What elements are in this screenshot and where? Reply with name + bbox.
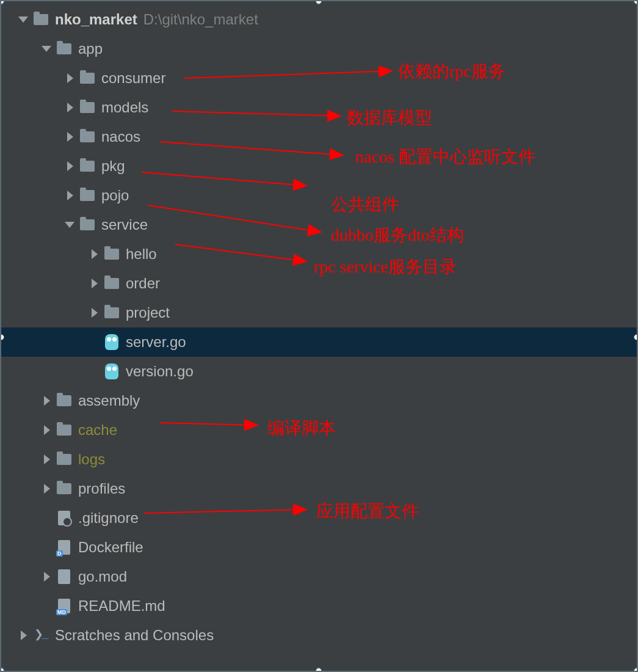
folder-icon (56, 393, 72, 409)
folder-icon (79, 158, 95, 174)
folder-icon (56, 422, 72, 438)
go-file-icon (104, 334, 120, 350)
gitignore-file-icon (56, 510, 72, 526)
folder-icon (104, 246, 120, 262)
chevron-down-icon[interactable] (65, 219, 76, 230)
scratches-icon (33, 627, 49, 643)
folder-order[interactable]: order (1, 269, 637, 298)
folder-icon (79, 217, 95, 233)
folder-icon (56, 41, 72, 57)
scratches-and-consoles[interactable]: Scratches and Consoles (1, 621, 637, 650)
folder-hello[interactable]: hello (1, 239, 637, 269)
selection-handle (634, 668, 638, 672)
gomod-file-icon (56, 569, 72, 585)
chevron-right-icon[interactable] (89, 249, 100, 260)
folder-project[interactable]: project (1, 298, 637, 327)
folder-pkg[interactable]: pkg (1, 152, 637, 181)
file-server-go[interactable]: server.go (1, 327, 637, 357)
folder-models[interactable]: models (1, 93, 637, 122)
selection-handle (0, 668, 4, 672)
chevron-right-icon[interactable] (42, 571, 53, 582)
chevron-right-icon[interactable] (65, 73, 76, 84)
folder-profiles[interactable]: profiles (1, 474, 637, 503)
file-label: go.mod (78, 568, 127, 585)
root-path: D:\git\nko_market (143, 11, 258, 28)
chevron-down-icon[interactable] (18, 14, 29, 25)
chevron-right-icon[interactable] (89, 278, 100, 289)
chevron-right-icon[interactable] (42, 483, 53, 494)
folder-label: assembly (78, 392, 140, 409)
folder-label: cache (78, 422, 117, 439)
folder-label: hello (126, 246, 157, 263)
chevron-right-icon[interactable] (18, 630, 29, 641)
folder-icon (79, 188, 95, 203)
folder-label: pkg (101, 158, 125, 175)
folder-icon (79, 129, 95, 145)
docker-file-icon (56, 539, 72, 555)
folder-label: models (101, 99, 148, 116)
folder-icon (56, 481, 72, 497)
file-label: version.go (126, 363, 194, 380)
folder-label: pojo (101, 187, 129, 204)
folder-assembly[interactable]: assembly (1, 386, 637, 415)
chevron-down-icon[interactable] (42, 43, 53, 54)
folder-logs[interactable]: logs (1, 445, 637, 474)
tree-root[interactable]: nko_market D:\git\nko_market (1, 5, 637, 34)
folder-label: profiles (78, 480, 125, 497)
markdown-file-icon (56, 598, 72, 614)
folder-label: app (78, 40, 103, 57)
folder-cache[interactable]: cache (1, 415, 637, 445)
folder-app[interactable]: app (1, 34, 637, 64)
file-gomod[interactable]: go.mod (1, 562, 637, 591)
file-gitignore[interactable]: .gitignore (1, 503, 637, 533)
chevron-right-icon[interactable] (65, 161, 76, 172)
folder-label: service (101, 216, 148, 233)
file-readme[interactable]: README.md (1, 591, 637, 621)
folder-icon (104, 305, 120, 321)
folder-icon (79, 100, 95, 115)
file-label: Dockerfile (78, 539, 143, 556)
folder-icon (104, 276, 120, 291)
go-file-icon (104, 363, 120, 379)
selection-handle (634, 0, 638, 4)
folder-icon (79, 70, 95, 86)
file-label: README.md (78, 597, 165, 615)
folder-icon (56, 451, 72, 467)
scratches-label: Scratches and Consoles (55, 627, 214, 644)
folder-label: consumer (101, 70, 165, 87)
folder-pojo[interactable]: pojo (1, 181, 637, 210)
chevron-right-icon[interactable] (65, 131, 76, 142)
file-label: server.go (126, 334, 186, 351)
chevron-right-icon[interactable] (42, 454, 53, 465)
file-label: .gitignore (78, 509, 139, 527)
file-dockerfile[interactable]: Dockerfile (1, 533, 637, 562)
folder-label: logs (78, 451, 105, 468)
folder-nacos[interactable]: nacos (1, 122, 637, 152)
folder-icon (33, 12, 49, 27)
chevron-right-icon[interactable] (42, 425, 53, 436)
selection-handle (316, 668, 322, 672)
file-version-go[interactable]: version.go (1, 357, 637, 386)
folder-service[interactable]: service (1, 210, 637, 239)
chevron-right-icon[interactable] (89, 307, 100, 318)
folder-label: order (126, 275, 160, 292)
folder-label: nacos (101, 128, 140, 145)
selection-handle (634, 334, 638, 340)
root-name: nko_market (55, 11, 137, 28)
folder-label: project (126, 304, 170, 321)
chevron-right-icon[interactable] (65, 190, 76, 201)
project-tree[interactable]: nko_market D:\git\nko_market app consume… (1, 1, 637, 650)
chevron-right-icon[interactable] (42, 395, 53, 406)
chevron-right-icon[interactable] (65, 102, 76, 113)
folder-consumer[interactable]: consumer (1, 64, 637, 93)
